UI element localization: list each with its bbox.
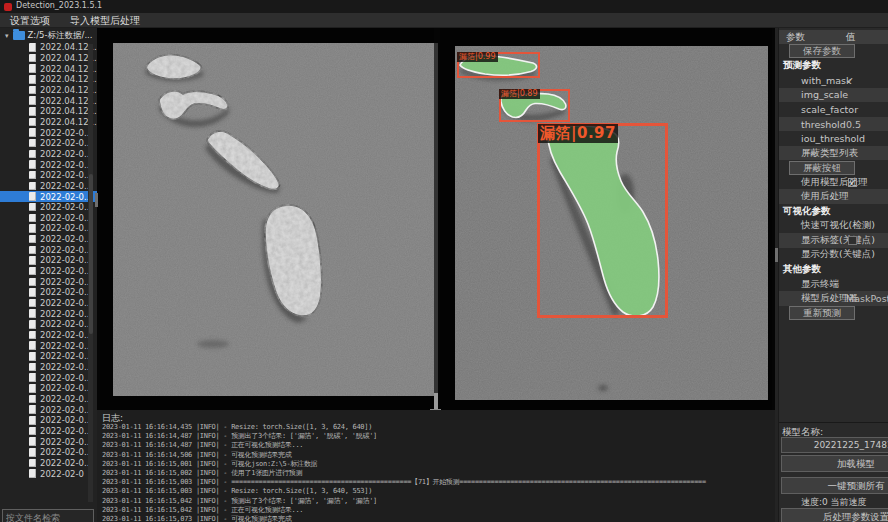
param-label[interactable]: 显示分数(关键点) xyxy=(779,248,875,261)
file-tree-item[interactable]: 2022-02-0... xyxy=(0,234,97,245)
file-tree-item[interactable]: 2022.04.12... xyxy=(0,106,97,117)
param-row[interactable]: 其他参数 xyxy=(779,262,888,277)
param-row[interactable]: 预测参数 xyxy=(779,59,888,74)
file-tree-item[interactable]: 2022-02-0... xyxy=(0,213,97,224)
load-model-button[interactable]: 加载模型 xyxy=(781,455,888,472)
param-row[interactable]: scale_factor xyxy=(779,102,888,117)
param-row[interactable]: 显示分数(关键点) xyxy=(779,248,888,263)
file-tree-item[interactable]: 2022-02-0... xyxy=(0,426,97,437)
file-tree-item[interactable]: 2022-02-0... xyxy=(0,351,97,362)
file-tree-item[interactable]: 2022-02-0... xyxy=(0,244,97,255)
postprocess-settings-button[interactable]: 后处理参数设置 xyxy=(781,508,888,522)
param-value[interactable]: MaskPostPro xyxy=(846,293,888,304)
param-label[interactable]: 其他参数 xyxy=(779,263,821,276)
file-tree-item[interactable]: 2022-02-0... xyxy=(0,170,97,181)
file-tree-item[interactable]: 2022-02-0... xyxy=(0,330,97,341)
file-tree-item[interactable]: 2022-02-0... xyxy=(0,415,97,426)
image-vscrollbar-track[interactable] xyxy=(434,43,438,413)
file-tree-item[interactable]: 2022-02-0... xyxy=(0,255,97,266)
param-label[interactable]: 保存参数 xyxy=(789,44,855,58)
param-row[interactable]: 屏蔽类型列表 xyxy=(779,146,888,161)
tree-root-folder[interactable]: ▾ Z:/5-标注数据/... xyxy=(0,30,97,41)
param-label[interactable]: 使用后处理 xyxy=(779,190,849,203)
param-row[interactable]: 屏蔽按钮 xyxy=(779,160,888,175)
param-row[interactable]: img_scale xyxy=(779,88,888,103)
log-panel[interactable]: 日志: 2023-01-11 16:16:14,435 |INFO| - Res… xyxy=(97,410,775,522)
param-row[interactable]: 使用后处理 xyxy=(779,189,888,204)
param-value[interactable]: ✓ xyxy=(846,75,854,86)
file-tree-item[interactable]: 2022-02-0 xyxy=(0,468,97,479)
file-tree-item[interactable]: 2022-02-0... xyxy=(0,159,97,170)
param-row[interactable]: 使用模型后处理 xyxy=(779,175,888,190)
param-row[interactable]: with_mask ✓ xyxy=(779,73,888,88)
param-label[interactable]: 快速可视化(检测) xyxy=(779,219,875,232)
model-name-value[interactable]: 20221225_174813 xyxy=(781,437,888,453)
param-label[interactable]: 可视化参数 xyxy=(779,205,831,218)
file-tree-item[interactable]: 2022-02-0... xyxy=(0,181,97,192)
panel-splitter-handle[interactable] xyxy=(434,393,438,410)
param-label[interactable]: with_mask xyxy=(779,75,851,86)
expand-arrow-icon[interactable]: ▾ xyxy=(5,32,9,40)
file-tree-item[interactable]: 2022-02-0... xyxy=(0,404,97,415)
param-label[interactable]: img_scale xyxy=(779,89,848,100)
param-row[interactable]: 重新预测 xyxy=(779,306,888,321)
file-tree-item[interactable]: 2022-02-0... xyxy=(0,319,97,330)
file-icon xyxy=(29,86,36,95)
file-tree-item[interactable]: 2022.04.12... xyxy=(0,63,97,74)
param-value[interactable]: 0.5 xyxy=(846,119,861,130)
param-row[interactable]: 快速可视化(检测) xyxy=(779,219,888,234)
menu-item[interactable]: 设置选项 xyxy=(0,13,60,28)
file-icon xyxy=(29,118,36,127)
file-tree-item[interactable]: 2022-02-0... xyxy=(0,287,97,298)
file-tree-item[interactable]: 2022-02-0... xyxy=(0,383,97,394)
predict-all-button[interactable]: 一键预测所有 xyxy=(781,477,888,494)
param-row[interactable]: iou_threshold xyxy=(779,131,888,146)
file-tree-item[interactable]: 2022.04.12... xyxy=(0,95,97,106)
param-row[interactable]: threshold 0.5 xyxy=(779,117,888,132)
param-row[interactable]: 保存参数 xyxy=(779,44,888,59)
file-tree-item[interactable]: 2022-02-0... xyxy=(0,191,97,202)
param-checkbox[interactable] xyxy=(848,178,857,187)
file-tree-item[interactable]: 2022-02-0... xyxy=(0,127,97,138)
file-tree-item[interactable]: 2022-02-0... xyxy=(0,276,97,287)
param-label[interactable]: iou_threshold xyxy=(779,133,865,144)
file-tree-item[interactable]: 2022.04.12... xyxy=(0,53,97,64)
file-tree-item[interactable]: 2022-02-0... xyxy=(0,308,97,319)
file-tree-item[interactable]: 2022-02-0... xyxy=(0,298,97,309)
param-label[interactable]: 屏蔽按钮 xyxy=(789,161,855,175)
file-tree-item[interactable]: 2022-02-0... xyxy=(0,266,97,277)
file-tree-item[interactable]: 2022.04.12... xyxy=(0,117,97,128)
file-tree-item[interactable]: 2022-02-0... xyxy=(0,372,97,383)
file-tree-item[interactable]: 2022-02-0... xyxy=(0,436,97,447)
file-tree-item[interactable]: 2022-02-0... xyxy=(0,394,97,405)
file-tree-item[interactable]: 2022-02-0... xyxy=(0,340,97,351)
param-checkbox[interactable] xyxy=(848,236,857,245)
file-tree-item[interactable]: 2022.04.12... xyxy=(0,74,97,85)
file-tree-item[interactable]: 2022-02-0... xyxy=(0,362,97,373)
param-label[interactable]: 显示终端 xyxy=(779,278,839,291)
param-label[interactable]: 屏蔽类型列表 xyxy=(779,147,858,160)
file-tree-item[interactable]: 2022-02-0... xyxy=(0,223,97,234)
param-label[interactable]: 重新预测 xyxy=(789,306,855,320)
param-label[interactable]: scale_factor xyxy=(779,104,858,115)
file-tree-item[interactable]: 2022.04.12... xyxy=(0,85,97,96)
file-tree-item[interactable]: 2022-02-0... xyxy=(0,202,97,213)
original-image-panel[interactable] xyxy=(100,28,434,410)
file-tree-item[interactable]: 2022-02-0... xyxy=(0,149,97,160)
file-tree-item[interactable]: 2022.04.12... xyxy=(0,42,97,53)
param-label[interactable]: 预测参数 xyxy=(779,59,821,72)
filename-search-input[interactable] xyxy=(2,509,94,522)
tree-scrollbar[interactable] xyxy=(88,44,93,502)
file-tree-item[interactable]: 2022-02-0... xyxy=(0,458,97,469)
left-splitter-handle[interactable] xyxy=(95,193,98,207)
param-label[interactable]: threshold xyxy=(779,119,846,130)
tree-scrollbar-handle[interactable] xyxy=(89,174,93,334)
file-tree-item[interactable]: 2022-02-0... xyxy=(0,447,97,458)
param-row[interactable]: 显示终端 xyxy=(779,277,888,292)
file-tree-item[interactable]: 2022-02-0... xyxy=(0,138,97,149)
menu-item[interactable]: 导入模型后处理 xyxy=(60,13,150,28)
param-row[interactable]: 显示标签(关键点) xyxy=(779,233,888,248)
param-label[interactable]: 显示标签(关键点) xyxy=(779,234,875,247)
param-row[interactable]: 模型后处理器 MaskPostPro xyxy=(779,291,888,306)
param-row[interactable]: 可视化参数 xyxy=(779,204,888,219)
